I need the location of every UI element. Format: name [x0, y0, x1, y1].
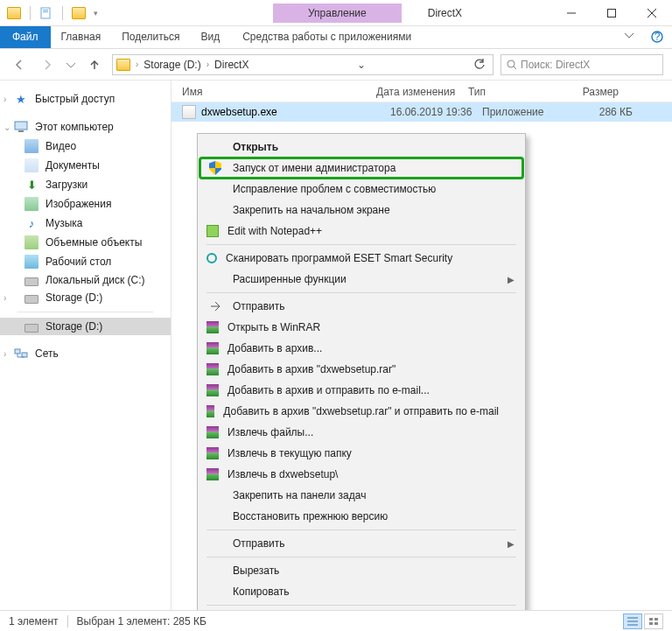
- ctx-compat[interactable]: Исправление проблем с совместимостью: [200, 179, 523, 200]
- downloads-icon: ⬇: [24, 178, 38, 192]
- sidebar-item-3d[interactable]: Объемные объекты: [0, 233, 171, 252]
- recent-dropdown-icon[interactable]: [65, 54, 77, 75]
- maximize-button[interactable]: [592, 0, 632, 26]
- view-details-button[interactable]: [623, 613, 642, 629]
- tab-app-tools[interactable]: Средства работы с приложениями: [230, 26, 424, 48]
- sidebar-item-drive-c[interactable]: Локальный диск (C:): [0, 271, 171, 289]
- window-buttons: [551, 0, 672, 26]
- ctx-winrar-extract[interactable]: Извлечь файлы...: [200, 422, 523, 443]
- tab-home[interactable]: Главная: [51, 26, 112, 48]
- back-button[interactable]: [9, 54, 30, 75]
- addr-dropdown-icon[interactable]: ⌄: [354, 59, 369, 71]
- sidebar-item-downloads[interactable]: ⬇Загрузки: [0, 175, 171, 194]
- chevron-right-icon[interactable]: ›: [4, 95, 6, 104]
- video-icon: [24, 139, 38, 153]
- ctx-open[interactable]: Открыть: [200, 137, 523, 158]
- winrar-icon: [206, 405, 214, 417]
- col-name[interactable]: Имя: [182, 86, 376, 98]
- winrar-icon: [206, 384, 219, 396]
- close-button[interactable]: [632, 0, 672, 26]
- sidebar-item-documents[interactable]: Документы: [0, 156, 171, 175]
- ctx-winrar-open[interactable]: Открыть в WinRAR: [200, 317, 523, 338]
- ctx-run-as-admin[interactable]: Запуск от имени администратора: [200, 158, 523, 179]
- sidebar-label: Музыка: [46, 217, 82, 229]
- breadcrumb-storage[interactable]: Storage (D:): [140, 59, 204, 71]
- ctx-pin-start[interactable]: Закрепить на начальном экране: [200, 200, 523, 221]
- ctx-winrar-email-named[interactable]: Добавить в архив "dxwebsetup.rar" и отпр…: [200, 401, 523, 422]
- ctx-notepadpp[interactable]: Edit with Notepad++: [200, 221, 523, 242]
- file-tab[interactable]: Файл: [0, 26, 51, 48]
- chevron-down-icon[interactable]: ⌄: [4, 123, 10, 132]
- documents-icon: [24, 158, 38, 172]
- ctx-pin-taskbar[interactable]: Закрепить на панели задач: [200, 485, 523, 506]
- status-separator: [67, 615, 68, 627]
- svg-rect-13: [18, 130, 24, 132]
- sidebar-item-pictures[interactable]: Изображения: [0, 194, 171, 214]
- star-icon: ★: [14, 92, 28, 106]
- eset-icon: [206, 253, 217, 263]
- ctx-winrar-extract-here[interactable]: Извлечь в текущую папку: [200, 443, 523, 464]
- ctx-cut[interactable]: Вырезать: [200, 560, 523, 581]
- breadcrumb-directx[interactable]: DirectX: [211, 59, 252, 71]
- ribbon-expand-icon[interactable]: [616, 26, 642, 48]
- col-date[interactable]: Дата изменения: [376, 86, 468, 98]
- file-row-selected[interactable]: dxwebsetup.exe 16.06.2019 19:36 Приложен…: [172, 102, 672, 122]
- chevron-right-icon[interactable]: ›: [134, 60, 140, 69]
- sidebar-item-desktop[interactable]: Рабочий стол: [0, 252, 171, 271]
- winrar-icon: [206, 468, 219, 480]
- sidebar-network[interactable]: › Сеть: [0, 344, 171, 363]
- up-button[interactable]: [84, 54, 105, 75]
- col-size[interactable]: Размер: [557, 86, 619, 98]
- 3d-icon: [24, 235, 38, 249]
- refresh-button[interactable]: [470, 59, 489, 71]
- drive-icon: [24, 277, 38, 286]
- ctx-restore[interactable]: Восстановить прежнюю версию: [200, 506, 523, 527]
- tab-view[interactable]: Вид: [190, 26, 230, 48]
- sidebar-this-pc[interactable]: ⌄ Этот компьютер: [0, 117, 171, 137]
- drive-icon: [24, 324, 38, 333]
- qat-newfolder-icon[interactable]: [72, 7, 86, 19]
- ctx-separator: [206, 244, 516, 245]
- sidebar-item-music[interactable]: ♪Музыка: [0, 214, 171, 233]
- view-large-button[interactable]: [644, 613, 663, 629]
- blank-icon: [206, 487, 224, 504]
- ctx-send-to[interactable]: Отправить▶: [200, 533, 523, 554]
- ctx-copy[interactable]: Копировать: [200, 581, 523, 602]
- qat-dropdown-icon[interactable]: ▾: [91, 9, 98, 18]
- desktop-icon: [24, 255, 38, 269]
- share-icon: [206, 298, 224, 315]
- sidebar-item-drive-d[interactable]: ›Storage (D:): [0, 289, 171, 306]
- ctx-eset-scan[interactable]: Сканировать программой ESET Smart Securi…: [200, 248, 523, 269]
- ctx-winrar-add-named[interactable]: Добавить в архив "dxwebsetup.rar": [200, 359, 523, 380]
- svg-rect-24: [654, 622, 658, 625]
- blank-icon: [206, 180, 224, 198]
- ctx-winrar-email[interactable]: Добавить в архив и отправить по e-mail..…: [200, 380, 523, 401]
- col-type[interactable]: Тип: [468, 86, 557, 98]
- qat-properties-icon[interactable]: [39, 6, 53, 20]
- exe-icon: [182, 105, 196, 119]
- blank-icon: [206, 138, 224, 156]
- chevron-right-icon[interactable]: ›: [4, 293, 6, 303]
- address-bar[interactable]: › Storage (D:) › DirectX ⌄: [112, 54, 494, 75]
- ctx-separator: [206, 529, 516, 530]
- column-headers[interactable]: Имя Дата изменения Тип Размер: [172, 81, 672, 102]
- ctx-eset-more[interactable]: Расширенные функции▶: [200, 269, 523, 290]
- minimize-button[interactable]: [551, 0, 592, 26]
- ctx-winrar-add[interactable]: Добавить в архив...: [200, 338, 523, 359]
- ctx-separator: [206, 292, 516, 293]
- ctx-winrar-extract-named[interactable]: Извлечь в dxwebsetup\: [200, 464, 523, 485]
- ctx-share[interactable]: Отправить: [200, 296, 523, 317]
- tab-share[interactable]: Поделиться: [111, 26, 190, 48]
- forward-button[interactable]: [37, 54, 58, 75]
- search-box[interactable]: Поиск: DirectX: [500, 54, 663, 75]
- sidebar-label: Объемные объекты: [46, 236, 142, 249]
- sidebar-quick-access[interactable]: › ★ Быстрый доступ: [0, 89, 171, 109]
- sidebar-item-storage-selected[interactable]: Storage (D:): [0, 318, 171, 335]
- sidebar-item-video[interactable]: Видео: [0, 137, 171, 156]
- help-button[interactable]: ?: [642, 26, 672, 48]
- sidebar-label: Загрузки: [46, 179, 88, 191]
- quick-access-toolbar: ▾: [0, 6, 98, 20]
- svg-rect-2: [43, 11, 48, 12]
- chevron-right-icon[interactable]: ›: [4, 349, 6, 359]
- chevron-right-icon[interactable]: ›: [205, 60, 211, 69]
